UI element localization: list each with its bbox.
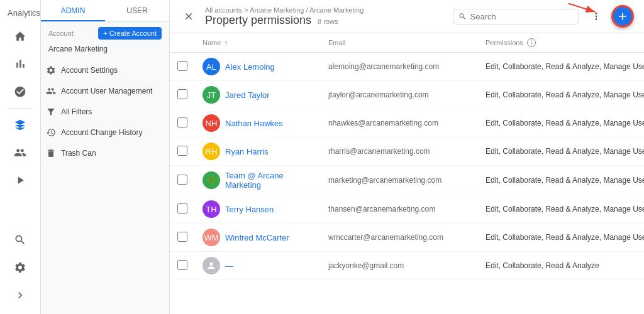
nav-search[interactable] xyxy=(8,227,33,252)
row-checkbox-cell xyxy=(170,53,195,81)
search-icon xyxy=(14,234,26,246)
account-panel: ADMIN USER Account + Create Account Arca… xyxy=(41,0,170,314)
menu-item-label: All Filters xyxy=(61,107,92,116)
nav-divider xyxy=(9,108,31,109)
create-account-button[interactable]: + Create Account xyxy=(98,27,162,40)
permissions-info-icon[interactable]: i xyxy=(527,38,536,47)
nav-audience[interactable] xyxy=(8,140,33,165)
menu-item-all-filters[interactable]: All Filters xyxy=(41,102,169,122)
user-cell: TH Terry Hansen xyxy=(203,200,313,218)
app-title: Analytics xyxy=(8,8,40,18)
permissions-cell: Edit, Collaborate, Read & Analyze, Manag… xyxy=(478,109,644,138)
user-name[interactable]: Nathan Hawkes xyxy=(225,119,283,128)
close-button[interactable] xyxy=(180,8,197,25)
search-icon xyxy=(458,12,467,21)
row-checkbox[interactable] xyxy=(177,232,187,242)
name-cell: NH Nathan Hawkes xyxy=(195,109,321,138)
row-checkbox[interactable] xyxy=(177,203,187,214)
row-count: 8 rows xyxy=(318,18,338,25)
user-name[interactable]: Alex Lemoing xyxy=(225,62,275,72)
account-label-text: Account xyxy=(48,30,74,37)
avatar xyxy=(203,257,220,274)
people-icon xyxy=(14,146,26,159)
avatar: JT xyxy=(203,86,220,104)
menu-item-label: Account Settings xyxy=(61,66,118,75)
email-cell: marketing@arcanemarketing.com xyxy=(321,166,478,195)
account-menu: Account Settings Account User Management… xyxy=(41,60,169,164)
user-cell: RH Ryan Harris xyxy=(203,143,313,160)
user-name[interactable]: — xyxy=(225,261,233,271)
row-checkbox[interactable] xyxy=(177,260,187,270)
history-icon xyxy=(46,127,56,138)
table-header-row: Name ↑ Email Permissions i xyxy=(170,33,644,53)
avatar: WM xyxy=(203,229,220,246)
logo-area[interactable]: Analytics xyxy=(0,0,40,23)
name-column-header[interactable]: Name ↑ xyxy=(195,33,321,53)
permissions-table: Name ↑ Email Permissions i AL xyxy=(170,33,644,314)
user-name[interactable]: Terry Hansen xyxy=(225,205,274,214)
table-row: RH Ryan Harris rharris@arcanemarketing.c… xyxy=(170,138,644,166)
user-name[interactable]: Team @ Arcane Marketing xyxy=(225,171,313,190)
email-cell: alemoing@arcanemarketing.com xyxy=(321,53,478,81)
nav-realtime[interactable] xyxy=(8,79,33,104)
row-checkbox[interactable] xyxy=(177,61,187,71)
name-cell: JT Jared Taylor xyxy=(195,81,321,109)
nav-reports[interactable] xyxy=(8,51,33,77)
menu-item-account-settings[interactable]: Account Settings xyxy=(41,60,169,80)
nav-home[interactable] xyxy=(8,24,33,49)
nav-admin[interactable] xyxy=(8,112,33,138)
permissions-column-header: Permissions i xyxy=(478,33,644,53)
row-checkbox[interactable] xyxy=(177,117,187,127)
menu-item-account-change-history[interactable]: Account Change History xyxy=(41,122,169,143)
add-user-button[interactable] xyxy=(611,5,634,28)
nav-settings[interactable] xyxy=(8,255,33,280)
breadcrumb-all-accounts[interactable]: All accounts xyxy=(205,6,242,14)
search-input[interactable] xyxy=(470,12,573,21)
breadcrumb-account[interactable]: Arcane Marketing xyxy=(250,6,304,14)
more-options-button[interactable] xyxy=(586,6,606,26)
main-header: All accounts > Arcane Marketing / Arcane… xyxy=(170,0,644,33)
search-box[interactable] xyxy=(453,9,579,24)
avatar: AL xyxy=(203,58,220,75)
menu-item-trash-can[interactable]: Trash Can xyxy=(41,143,169,163)
breadcrumb-sep1: > xyxy=(244,6,250,14)
tab-admin[interactable]: ADMIN xyxy=(41,0,105,21)
row-checkbox-cell xyxy=(170,252,195,280)
permissions-cell: Edit, Collaborate, Read & Analyze xyxy=(478,252,644,280)
page-title: Property permissions xyxy=(205,14,311,27)
admin-user-tabs: ADMIN USER xyxy=(41,0,169,22)
row-checkbox[interactable] xyxy=(177,146,187,156)
nav-more[interactable] xyxy=(8,168,33,193)
tab-user[interactable]: USER xyxy=(105,0,169,21)
user-name[interactable]: Winfred McCarter xyxy=(225,233,289,242)
user-name[interactable]: Ryan Harris xyxy=(225,147,269,156)
table-row: JT Jared Taylor jtaylor@arcanemarketing.… xyxy=(170,81,644,109)
home-icon xyxy=(14,30,26,43)
user-cell: NH Nathan Hawkes xyxy=(203,114,313,132)
close-icon xyxy=(183,11,194,22)
admin-icon xyxy=(14,119,26,131)
user-cell: — xyxy=(203,257,313,274)
permissions-cell: Edit, Collaborate, Read & Analyze, Manag… xyxy=(478,224,644,252)
bar-chart-icon xyxy=(14,58,26,70)
account-name: Arcane Marketing xyxy=(48,42,162,57)
row-checkbox-cell xyxy=(170,138,195,166)
table-row: TH Terry Hansen thansen@arcanemarketing.… xyxy=(170,195,644,224)
nav-chevron-right[interactable] xyxy=(8,283,33,308)
row-checkbox[interactable] xyxy=(177,175,187,185)
chevron-right-icon xyxy=(14,289,26,301)
avatar: TH xyxy=(203,200,220,218)
avatar: 🌿 xyxy=(203,171,220,189)
table-row: WM Winfred McCarter wmccarter@arcanemark… xyxy=(170,224,644,252)
row-checkbox[interactable] xyxy=(177,89,187,99)
email-cell: nhawkes@arcanemarketing.com xyxy=(321,109,478,138)
user-name[interactable]: Jared Taylor xyxy=(225,90,270,100)
permissions-cell: Edit, Collaborate, Read & Analyze, Manag… xyxy=(478,138,644,166)
user-cell: 🌿 Team @ Arcane Marketing xyxy=(203,171,313,190)
breadcrumb-property[interactable]: Arcane Marketing xyxy=(309,6,364,14)
table-row: AL Alex Lemoing alemoing@arcanemarketing… xyxy=(170,53,644,81)
row-checkbox-cell xyxy=(170,81,195,109)
email-cell: thansen@arcanemarketing.com xyxy=(321,195,478,224)
account-label-row: Account + Create Account xyxy=(48,27,162,40)
menu-item-account-user-management[interactable]: Account User Management xyxy=(41,81,169,101)
